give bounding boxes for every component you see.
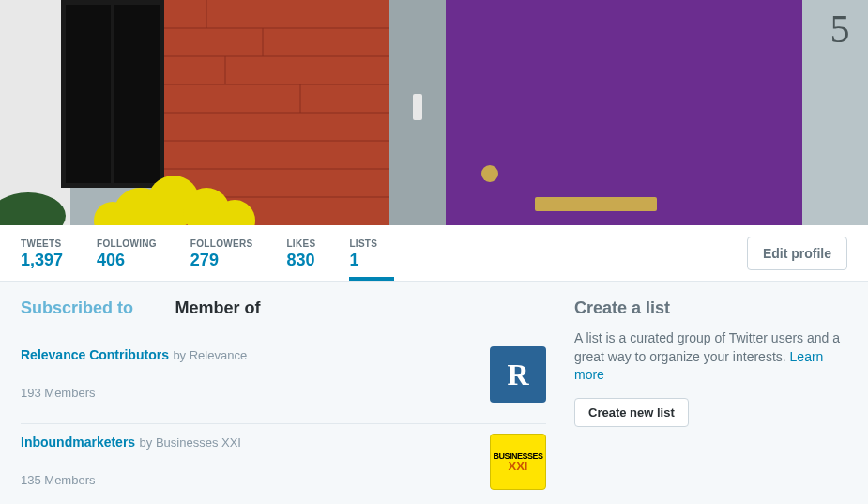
stat-label: FOLLOWERS <box>190 238 253 249</box>
svg-point-20 <box>481 165 498 182</box>
list-members-count: 135 Members <box>21 473 476 487</box>
sidebar-title: Create a list <box>574 298 847 318</box>
stat-label: FOLLOWING <box>97 238 157 249</box>
list-tabs: Subscribed to Member of <box>21 298 546 318</box>
list-item[interactable]: Inboundmarketers by Businesses XXI 135 M… <box>21 424 546 504</box>
main-column: Subscribed to Member of Relevance Contri… <box>21 298 546 504</box>
svg-rect-3 <box>66 5 111 183</box>
list-avatar[interactable]: R <box>490 346 546 403</box>
svg-rect-19 <box>446 0 802 225</box>
stat-value: 1,397 <box>21 249 63 270</box>
stat-label: LIKES <box>286 238 315 249</box>
create-new-list-button[interactable]: Create new list <box>574 398 689 427</box>
stat-value: 279 <box>190 249 253 270</box>
svg-rect-4 <box>114 5 160 183</box>
tab-followers[interactable]: FOLLOWERS 279 <box>190 225 270 281</box>
svg-rect-21 <box>535 197 657 211</box>
svg-text:5: 5 <box>830 8 850 51</box>
stat-value: 830 <box>286 249 315 270</box>
svg-rect-1 <box>0 0 70 225</box>
stat-label: TWEETS <box>21 238 63 249</box>
list-title-link[interactable]: Relevance Contributors <box>21 347 169 362</box>
edit-profile-button[interactable]: Edit profile <box>747 237 847 270</box>
sidebar: Create a list A list is a curated group … <box>574 298 847 504</box>
list-title-link[interactable]: Inboundmarketers <box>21 435 135 450</box>
list-byline: by Businesses XXI <box>140 435 241 450</box>
list-byline: by Relevance <box>173 348 247 362</box>
list-item[interactable]: Relevance Contributors by Relevance 193 … <box>21 337 546 424</box>
tab-following[interactable]: FOLLOWING 406 <box>97 225 174 281</box>
sidebar-description: A list is a curated group of Twitter use… <box>574 329 847 385</box>
stats-bar: TWEETS 1,397 FOLLOWING 406 FOLLOWERS 279… <box>0 225 868 282</box>
profile-banner: 5 <box>0 0 868 225</box>
content-area: Subscribed to Member of Relevance Contri… <box>0 282 868 504</box>
list-members-count: 193 Members <box>21 386 476 400</box>
tab-lists[interactable]: LISTS 1 <box>349 225 394 281</box>
svg-rect-18 <box>413 94 422 120</box>
stat-value: 1 <box>349 249 377 270</box>
stat-value: 406 <box>97 249 157 270</box>
tab-likes[interactable]: LIKES 830 <box>286 225 332 281</box>
tab-member-of[interactable]: Member of <box>175 298 260 317</box>
tab-tweets[interactable]: TWEETS 1,397 <box>21 225 80 281</box>
list-avatar[interactable]: BUSINESSES XXI <box>490 434 546 490</box>
tab-subscribed-to[interactable]: Subscribed to <box>21 298 133 317</box>
stat-label: LISTS <box>349 238 377 249</box>
